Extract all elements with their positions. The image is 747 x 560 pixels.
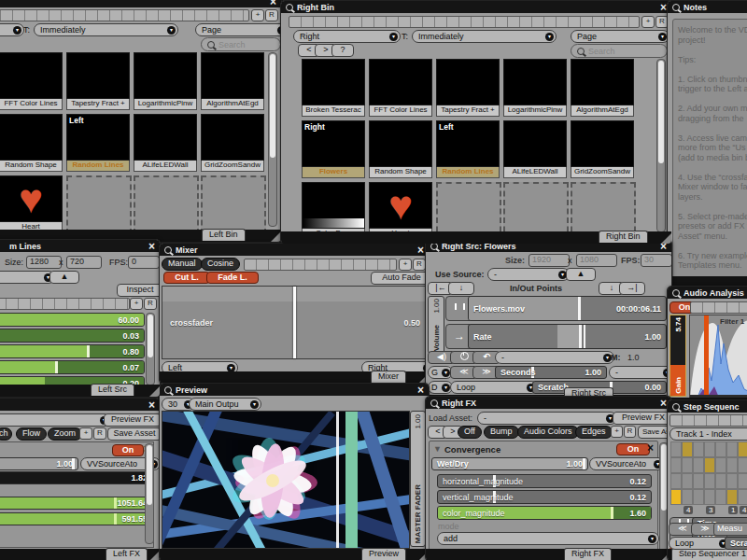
sequencer-cell[interactable] xyxy=(670,489,682,505)
loop-dropdown[interactable]: Loop xyxy=(669,537,730,550)
left-fx-titlebar[interactable] xyxy=(0,399,160,411)
right-fx-tab[interactable]: Right FX xyxy=(564,548,612,560)
sequencer-grid[interactable] xyxy=(670,441,747,505)
mixer-tab[interactable]: Mixer xyxy=(371,371,406,383)
fade-left-button[interactable]: Fade L. xyxy=(206,272,259,284)
lfo-dropdown[interactable]: - xyxy=(495,351,614,364)
mixer-titlebar[interactable]: Mixer xyxy=(160,244,429,256)
jump-to-out-button[interactable]: →| xyxy=(619,282,645,295)
sequencer-cell[interactable] xyxy=(670,441,682,457)
page-dropdown[interactable]: Page xyxy=(195,23,282,36)
notes-titlebar[interactable]: Notes xyxy=(668,1,747,13)
preview-titlebar[interactable]: Preview xyxy=(160,384,429,396)
preview-output-dropdown[interactable]: Main Outpu xyxy=(189,398,261,411)
resize-grip[interactable] xyxy=(661,233,671,244)
media-thumbnail[interactable]: Random Shape xyxy=(369,120,432,178)
sequencer-cell[interactable] xyxy=(682,441,693,457)
add-preset-button[interactable]: + xyxy=(611,426,623,438)
eject-button[interactable]: ▲ xyxy=(566,268,596,281)
sequencer-cell[interactable] xyxy=(715,457,726,473)
media-thumbnail[interactable]: LogarithmicPinw xyxy=(503,59,567,117)
left-fx-tab[interactable]: Left FX xyxy=(106,548,148,560)
track-dropdown[interactable]: Track 1 - Index xyxy=(669,427,747,441)
left-src-tab[interactable]: Left Src xyxy=(91,384,134,396)
size-width-field[interactable]: 1280 xyxy=(26,256,62,269)
right-bin-tab[interactable]: Right Bin xyxy=(599,231,648,243)
media-thumbnail[interactable]: GridZoomSandw xyxy=(571,120,634,178)
source-slider[interactable]: 60.00 xyxy=(0,313,145,327)
media-thumbnail[interactable]: Tapestry Fract + xyxy=(66,52,130,110)
loop-mode-dropdown[interactable]: Loop xyxy=(450,381,538,394)
size-width-field[interactable]: 1920 xyxy=(529,254,570,267)
sequencer-cell[interactable] xyxy=(682,457,693,473)
fx-close-icon[interactable] xyxy=(647,443,654,453)
sequencer-cell[interactable] xyxy=(704,473,715,489)
wet-dry-slider[interactable]: Wet/Dry1.00 xyxy=(431,457,588,470)
search-input[interactable]: Search xyxy=(201,37,281,51)
preset-squares[interactable] xyxy=(690,301,747,314)
source-slider[interactable]: 0.07 xyxy=(0,360,145,374)
tab-manual[interactable]: Manual xyxy=(162,258,203,271)
fx-param-slider[interactable]: on591.55 xyxy=(0,512,153,525)
preset-squares[interactable] xyxy=(669,414,747,427)
media-thumbnail[interactable]: AlgorithmAtEgd xyxy=(571,59,634,117)
media-thumbnail[interactable]: LogarithmicPinw xyxy=(134,52,197,110)
preview-tab[interactable]: Preview xyxy=(361,548,406,560)
rename-preset-button[interactable]: R xyxy=(93,427,106,440)
fx-on-button[interactable]: On xyxy=(112,444,144,456)
sequencer-cell[interactable] xyxy=(693,457,704,473)
set-in-button[interactable]: ↓ xyxy=(448,282,474,295)
sequencer-cell[interactable] xyxy=(738,473,747,489)
transition-dropdown[interactable]: Immediately xyxy=(34,23,178,36)
size-height-field[interactable]: 720 xyxy=(66,256,102,269)
preset-squares[interactable] xyxy=(0,298,130,310)
media-thumbnail-active[interactable]: LeftRandom Lines xyxy=(66,114,130,172)
source-slider[interactable]: 0.03 xyxy=(0,329,145,343)
right-fx-titlebar[interactable]: Right FX xyxy=(426,397,671,409)
crossfader-slider[interactable]: crossfader 0.50 xyxy=(162,286,429,359)
volume-slider[interactable]: 1.00 Volume xyxy=(428,296,444,354)
sequencer-cell[interactable] xyxy=(738,441,747,457)
seq-titlebar[interactable]: Step Sequenc xyxy=(668,400,747,413)
save-asset-button[interactable]: Save Asset xyxy=(107,427,161,441)
fx-param-slider[interactable]: color_magnitude1.60 xyxy=(437,506,652,520)
size-height-field[interactable]: 1080 xyxy=(576,254,617,267)
sequencer-cell[interactable] xyxy=(738,457,747,473)
fps-field[interactable]: 30 xyxy=(641,254,672,267)
notes-text[interactable]: Welcome to the VD project! Tips: 1. Clic… xyxy=(672,19,747,284)
media-thumbnail[interactable]: FFT Color Lines xyxy=(369,59,432,117)
close-icon[interactable] xyxy=(417,385,424,395)
transition-dropdown[interactable]: Immediately xyxy=(412,30,557,43)
help-button[interactable]: ? xyxy=(331,44,354,57)
sequencer-cell[interactable] xyxy=(682,473,693,489)
scrollbar[interactable] xyxy=(146,313,155,385)
load-asset-dropdown[interactable] xyxy=(0,413,111,427)
rename-page-button[interactable]: R xyxy=(265,9,278,21)
tab-off[interactable]: Off xyxy=(458,426,482,439)
left-bin-titlebar[interactable] xyxy=(0,0,281,7)
movie-time-slider[interactable]: Flowers.mov 00:00:06.11 xyxy=(468,296,667,321)
media-thumbnail-active[interactable]: LeftRandom Lines xyxy=(436,120,500,178)
tab-zoom[interactable]: Zoom xyxy=(48,427,82,441)
add-preset-button[interactable]: + xyxy=(399,259,412,271)
mode-dropdown[interactable]: add xyxy=(437,532,659,545)
sequencer-cell[interactable] xyxy=(715,441,726,457)
source-atom-dropdown[interactable]: VVSourceAto xyxy=(589,457,665,470)
media-thumbnail[interactable]: AlgorithmAtEgd xyxy=(201,52,264,110)
search-input[interactable]: Search xyxy=(571,44,668,58)
media-thumbnail[interactable]: Broken Tesserac xyxy=(302,59,365,117)
auto-fade-button[interactable]: Auto Fade xyxy=(371,272,430,285)
fps-field[interactable]: 0 xyxy=(128,256,160,269)
close-icon[interactable] xyxy=(148,400,155,410)
sequencer-cell[interactable] xyxy=(726,473,738,489)
source-dropdown[interactable] xyxy=(0,271,55,284)
rename-preset-button[interactable]: R xyxy=(144,298,157,310)
cut-left-button[interactable]: Cut L. xyxy=(163,272,210,284)
sequencer-cell[interactable] xyxy=(715,473,726,489)
eject-button[interactable]: ▲ xyxy=(49,271,79,284)
empty-media-slot[interactable] xyxy=(134,175,199,234)
crossfader-handle[interactable] xyxy=(293,287,296,358)
sequencer-cell[interactable] xyxy=(704,457,715,473)
media-thumbnail[interactable]: Random Shape xyxy=(0,114,63,172)
trigger-target-dropdown[interactable] xyxy=(0,23,24,36)
